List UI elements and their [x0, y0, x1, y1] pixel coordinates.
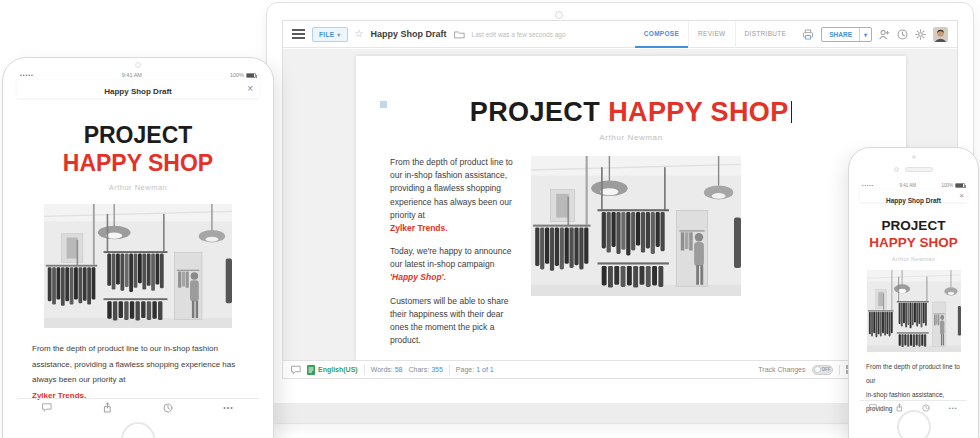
- document-heading: PROJECTHAPPY SHOP: [356, 97, 906, 128]
- collaborator-marker: [380, 101, 387, 108]
- language-indicator[interactable]: English(US): [307, 365, 358, 375]
- tablet-device: ••••• 9:41 AM 100% Happy Shop Draft × PR…: [2, 57, 274, 438]
- brand-highlight: Zylker Trends.: [390, 222, 522, 235]
- phone-device: ••••• 9:41 AM 100% Happy Shop Draft × PR…: [848, 147, 979, 438]
- heading-black: PROJECT: [470, 97, 600, 127]
- caret-down-icon: ▾: [337, 31, 340, 38]
- phone-document-author: Arthur Newman: [860, 256, 967, 262]
- home-button[interactable]: [121, 422, 155, 438]
- add-collaborator-icon[interactable]: [879, 29, 890, 40]
- document-body: From the depth of product line to our in…: [390, 156, 906, 357]
- comment-icon[interactable]: [42, 403, 52, 412]
- comment-icon[interactable]: [291, 365, 301, 375]
- tab-compose[interactable]: COMPOSE: [635, 21, 688, 48]
- close-icon[interactable]: ×: [959, 189, 964, 202]
- more-options-icon[interactable]: •••: [949, 405, 958, 411]
- tablet-bottom-toolbar: •••: [17, 398, 259, 416]
- user-avatar[interactable]: [933, 27, 948, 42]
- earpiece-speaker: [905, 167, 933, 172]
- paragraph-1: From the depth of product line to our in…: [390, 156, 522, 235]
- file-menu-button[interactable]: FILE ▾: [312, 27, 348, 42]
- track-changes-label: Track Changes: [758, 366, 805, 373]
- battery-indicator: 100%: [941, 183, 965, 188]
- battery-indicator: 100%: [230, 72, 256, 78]
- history-clock-icon[interactable]: [922, 404, 930, 412]
- shop-photo: [44, 204, 232, 328]
- phone-doc-header: Happy Shop Draft ×: [860, 189, 967, 202]
- last-edit-status: Last edit was a few seconds ago: [472, 31, 566, 38]
- mobile-doc-title: Happy Shop Draft: [104, 87, 172, 96]
- page-indicator: Page:1of 1: [456, 366, 494, 373]
- document-page[interactable]: PROJECTHAPPY SHOP Arthur Newman From the…: [356, 56, 906, 360]
- share-icon[interactable]: [103, 402, 112, 413]
- battery-icon: [246, 73, 256, 78]
- responsive-devices-mockup: FILE ▾ ☆ Happy Shop Draft Last edit was …: [0, 0, 980, 438]
- char-count: Chars:355: [409, 366, 443, 373]
- share-button[interactable]: SHARE ▾: [821, 27, 872, 42]
- signal-icon: •••••: [20, 72, 34, 78]
- print-icon[interactable]: [802, 29, 814, 40]
- battery-icon: [955, 183, 965, 188]
- phone-status-bar: ••••• 9:41 AM 100%: [860, 181, 967, 189]
- front-camera-icon: [894, 167, 899, 172]
- tablet-document-author: Arthur Newman: [17, 183, 259, 192]
- share-icon[interactable]: [896, 403, 903, 412]
- mode-tabs: COMPOSE REVIEW DISTRIBUTE: [635, 21, 795, 48]
- settings-gear-icon[interactable]: [915, 29, 926, 40]
- word-count: Words:58: [371, 366, 403, 373]
- mobile-doc-title: Happy Shop Draft: [886, 197, 941, 204]
- close-icon[interactable]: ×: [247, 80, 253, 98]
- share-caret-icon[interactable]: ▾: [859, 28, 871, 41]
- heading-red: HAPPY SHOP: [608, 97, 789, 127]
- tablet-doc-header: Happy Shop Draft ×: [17, 80, 259, 98]
- share-label: SHARE: [822, 28, 859, 41]
- tab-review[interactable]: REVIEW: [688, 21, 734, 48]
- paragraph-3: Customers will be able to share their ha…: [390, 295, 522, 348]
- webcam-dot-icon: [555, 11, 563, 19]
- text-cursor: [791, 101, 793, 123]
- tablet-screen: ••••• 9:41 AM 100% Happy Shop Draft × PR…: [17, 70, 259, 416]
- file-label: FILE: [319, 31, 334, 38]
- track-changes-toggle[interactable]: OFF: [812, 365, 833, 375]
- shop-photo[interactable]: [531, 156, 741, 296]
- status-time: 9:41 AM: [899, 183, 916, 188]
- history-clock-icon[interactable]: [897, 29, 908, 40]
- editor-toolbar: FILE ▾ ☆ Happy Shop Draft Last edit was …: [283, 21, 957, 48]
- document-text-column: From the depth of product line to our in…: [390, 156, 522, 357]
- more-options-icon[interactable]: •••: [223, 404, 233, 411]
- paragraph-2: Today, we're happy to announce our lates…: [390, 245, 522, 285]
- phone-screen: ••••• 9:41 AM 100% Happy Shop Draft × PR…: [860, 181, 967, 414]
- signal-icon: •••••: [862, 183, 874, 188]
- shop-photo: [867, 270, 961, 352]
- tab-distribute[interactable]: DISTRIBUTE: [735, 21, 796, 48]
- favorite-star-icon[interactable]: ☆: [355, 29, 364, 39]
- status-time: 9:41 AM: [122, 72, 142, 78]
- history-clock-icon[interactable]: [163, 403, 173, 413]
- campaign-highlight: 'Happy Shop'.: [390, 271, 522, 284]
- home-button[interactable]: [897, 410, 931, 438]
- folder-icon[interactable]: [454, 30, 465, 39]
- tablet-document-heading: PROJECT HAPPY SHOP: [17, 122, 259, 177]
- front-camera-icon: [135, 62, 141, 68]
- tablet-status-bar: ••••• 9:41 AM 100%: [17, 70, 259, 80]
- document-author: Arthur Newman: [356, 133, 906, 142]
- menu-icon[interactable]: [292, 29, 305, 39]
- comment-icon[interactable]: [869, 404, 877, 411]
- phone-document-heading: PROJECT HAPPY SHOP: [860, 218, 967, 252]
- phone-earpiece-row: [849, 167, 978, 172]
- document-title[interactable]: Happy Shop Draft: [371, 29, 447, 39]
- tablet-paragraph: From the depth of product line to our in…: [32, 341, 244, 403]
- sensor-dot-icon: [912, 155, 916, 159]
